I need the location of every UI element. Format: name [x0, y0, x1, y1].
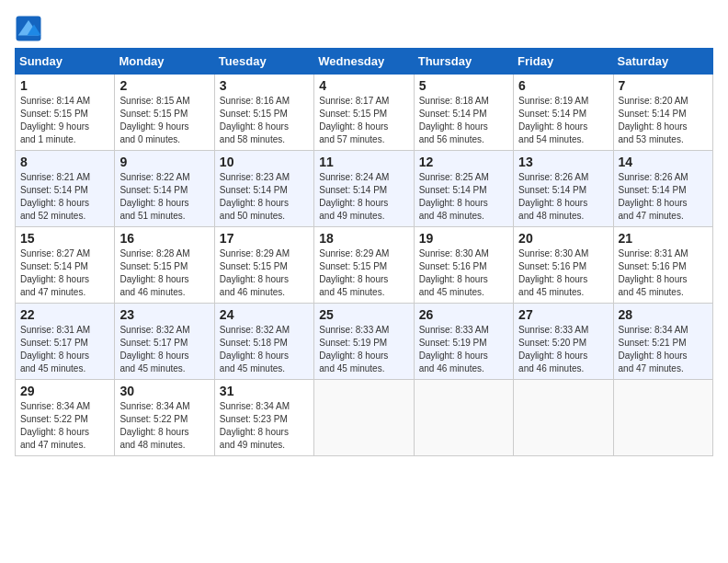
calendar-day-cell: 17Sunrise: 8:29 AM Sunset: 5:15 PM Dayli… [214, 227, 313, 304]
calendar-day-cell [314, 380, 414, 456]
calendar-day-cell: 25Sunrise: 8:33 AM Sunset: 5:19 PM Dayli… [314, 304, 414, 380]
day-number: 18 [319, 231, 408, 246]
day-info: Sunrise: 8:30 AM Sunset: 5:16 PM Dayligh… [518, 247, 608, 299]
day-number: 22 [20, 307, 109, 322]
day-number: 30 [119, 384, 209, 398]
day-number: 24 [220, 307, 309, 322]
weekday-header-cell: Sunday [16, 49, 115, 75]
day-number: 4 [319, 78, 408, 93]
calendar-day-cell: 23Sunrise: 8:32 AM Sunset: 5:17 PM Dayli… [115, 304, 214, 380]
day-info: Sunrise: 8:33 AM Sunset: 5:20 PM Dayligh… [518, 324, 608, 375]
day-number: 19 [419, 231, 508, 246]
calendar-day-cell: 18Sunrise: 8:29 AM Sunset: 5:15 PM Dayli… [314, 227, 414, 304]
calendar-day-cell: 9Sunrise: 8:22 AM Sunset: 5:14 PM Daylig… [115, 151, 214, 227]
calendar-day-cell: 12Sunrise: 8:25 AM Sunset: 5:14 PM Dayli… [414, 151, 513, 227]
day-number: 29 [20, 384, 109, 398]
weekday-header-cell: Wednesday [314, 49, 414, 75]
calendar-day-cell: 4Sunrise: 8:17 AM Sunset: 5:15 PM Daylig… [314, 75, 414, 151]
day-number: 8 [20, 155, 109, 169]
day-number: 1 [20, 78, 109, 93]
day-number: 25 [319, 307, 408, 322]
calendar-day-cell: 26Sunrise: 8:33 AM Sunset: 5:19 PM Dayli… [414, 304, 513, 380]
calendar-day-cell: 30Sunrise: 8:34 AM Sunset: 5:22 PM Dayli… [115, 380, 214, 456]
day-number: 21 [619, 231, 708, 246]
day-info: Sunrise: 8:34 AM Sunset: 5:21 PM Dayligh… [619, 324, 708, 375]
calendar-day-cell: 7Sunrise: 8:20 AM Sunset: 5:14 PM Daylig… [613, 75, 712, 151]
day-info: Sunrise: 8:29 AM Sunset: 5:15 PM Dayligh… [220, 247, 309, 299]
calendar-day-cell [414, 380, 513, 456]
logo [15, 15, 46, 42]
day-number: 9 [119, 155, 209, 169]
day-info: Sunrise: 8:28 AM Sunset: 5:15 PM Dayligh… [119, 247, 209, 299]
day-info: Sunrise: 8:20 AM Sunset: 5:14 PM Dayligh… [619, 95, 708, 146]
weekday-header-cell: Saturday [613, 49, 712, 75]
day-number: 10 [220, 155, 309, 169]
day-number: 17 [220, 231, 309, 246]
day-info: Sunrise: 8:31 AM Sunset: 5:17 PM Dayligh… [20, 324, 109, 375]
day-info: Sunrise: 8:33 AM Sunset: 5:19 PM Dayligh… [419, 324, 508, 375]
day-info: Sunrise: 8:18 AM Sunset: 5:14 PM Dayligh… [419, 95, 508, 146]
weekday-header-row: SundayMondayTuesdayWednesdayThursdayFrid… [16, 49, 713, 75]
day-number: 2 [119, 78, 209, 93]
day-info: Sunrise: 8:33 AM Sunset: 5:19 PM Dayligh… [319, 324, 408, 375]
calendar-day-cell: 6Sunrise: 8:19 AM Sunset: 5:14 PM Daylig… [514, 75, 613, 151]
day-number: 13 [518, 155, 608, 169]
day-number: 31 [220, 384, 309, 398]
day-info: Sunrise: 8:24 AM Sunset: 5:14 PM Dayligh… [319, 171, 408, 223]
weekday-header-cell: Friday [514, 49, 613, 75]
day-info: Sunrise: 8:34 AM Sunset: 5:23 PM Dayligh… [220, 400, 309, 452]
calendar-day-cell: 31Sunrise: 8:34 AM Sunset: 5:23 PM Dayli… [214, 380, 313, 456]
day-info: Sunrise: 8:31 AM Sunset: 5:16 PM Dayligh… [619, 247, 708, 299]
weekday-header-cell: Tuesday [214, 49, 313, 75]
calendar-day-cell: 8Sunrise: 8:21 AM Sunset: 5:14 PM Daylig… [16, 151, 115, 227]
day-info: Sunrise: 8:15 AM Sunset: 5:15 PM Dayligh… [119, 95, 209, 146]
day-info: Sunrise: 8:34 AM Sunset: 5:22 PM Dayligh… [20, 400, 109, 452]
calendar-table: SundayMondayTuesdayWednesdayThursdayFrid… [15, 48, 713, 456]
day-info: Sunrise: 8:14 AM Sunset: 5:15 PM Dayligh… [20, 95, 109, 146]
weekday-header-cell: Thursday [414, 49, 513, 75]
day-number: 15 [20, 231, 109, 246]
day-number: 16 [119, 231, 209, 246]
logo-icon [15, 15, 42, 42]
calendar-day-cell: 27Sunrise: 8:33 AM Sunset: 5:20 PM Dayli… [514, 304, 613, 380]
day-number: 28 [619, 307, 708, 322]
calendar-day-cell: 15Sunrise: 8:27 AM Sunset: 5:14 PM Dayli… [16, 227, 115, 304]
calendar-day-cell: 3Sunrise: 8:16 AM Sunset: 5:15 PM Daylig… [214, 75, 313, 151]
day-number: 27 [518, 307, 608, 322]
day-number: 26 [419, 307, 508, 322]
day-number: 20 [518, 231, 608, 246]
day-info: Sunrise: 8:29 AM Sunset: 5:15 PM Dayligh… [319, 247, 408, 299]
day-info: Sunrise: 8:34 AM Sunset: 5:22 PM Dayligh… [119, 400, 209, 452]
day-info: Sunrise: 8:25 AM Sunset: 5:14 PM Dayligh… [419, 171, 508, 223]
day-number: 14 [619, 155, 708, 169]
calendar-day-cell: 19Sunrise: 8:30 AM Sunset: 5:16 PM Dayli… [414, 227, 513, 304]
day-info: Sunrise: 8:32 AM Sunset: 5:17 PM Dayligh… [119, 324, 209, 375]
calendar-day-cell: 21Sunrise: 8:31 AM Sunset: 5:16 PM Dayli… [613, 227, 712, 304]
day-number: 11 [319, 155, 408, 169]
day-info: Sunrise: 8:19 AM Sunset: 5:14 PM Dayligh… [518, 95, 608, 146]
calendar-day-cell: 28Sunrise: 8:34 AM Sunset: 5:21 PM Dayli… [613, 304, 712, 380]
calendar-body: 1Sunrise: 8:14 AM Sunset: 5:15 PM Daylig… [16, 75, 713, 456]
day-info: Sunrise: 8:27 AM Sunset: 5:14 PM Dayligh… [20, 247, 109, 299]
day-number: 3 [220, 78, 309, 93]
day-info: Sunrise: 8:32 AM Sunset: 5:18 PM Dayligh… [220, 324, 309, 375]
day-info: Sunrise: 8:26 AM Sunset: 5:14 PM Dayligh… [518, 171, 608, 223]
page-header [15, 15, 713, 42]
calendar-day-cell: 5Sunrise: 8:18 AM Sunset: 5:14 PM Daylig… [414, 75, 513, 151]
day-info: Sunrise: 8:23 AM Sunset: 5:14 PM Dayligh… [220, 171, 309, 223]
calendar-day-cell: 24Sunrise: 8:32 AM Sunset: 5:18 PM Dayli… [214, 304, 313, 380]
calendar-day-cell [613, 380, 712, 456]
day-info: Sunrise: 8:17 AM Sunset: 5:15 PM Dayligh… [319, 95, 408, 146]
calendar-day-cell: 20Sunrise: 8:30 AM Sunset: 5:16 PM Dayli… [514, 227, 613, 304]
day-number: 5 [419, 78, 508, 93]
calendar-day-cell [514, 380, 613, 456]
calendar-week-row: 1Sunrise: 8:14 AM Sunset: 5:15 PM Daylig… [16, 75, 713, 151]
weekday-header-cell: Monday [115, 49, 214, 75]
day-number: 23 [119, 307, 209, 322]
calendar-day-cell: 10Sunrise: 8:23 AM Sunset: 5:14 PM Dayli… [214, 151, 313, 227]
calendar-day-cell: 14Sunrise: 8:26 AM Sunset: 5:14 PM Dayli… [613, 151, 712, 227]
calendar-day-cell: 2Sunrise: 8:15 AM Sunset: 5:15 PM Daylig… [115, 75, 214, 151]
calendar-week-row: 29Sunrise: 8:34 AM Sunset: 5:22 PM Dayli… [16, 380, 713, 456]
day-number: 6 [518, 78, 608, 93]
calendar-day-cell: 13Sunrise: 8:26 AM Sunset: 5:14 PM Dayli… [514, 151, 613, 227]
